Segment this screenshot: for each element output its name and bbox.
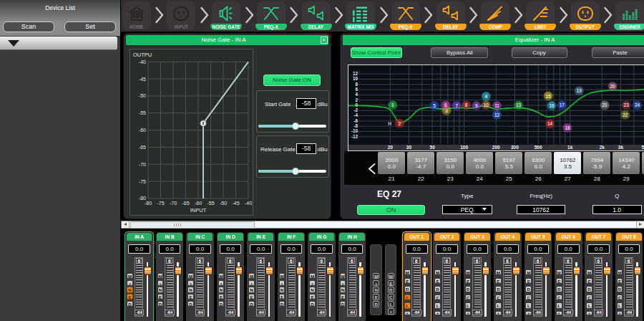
svg-text:7: 7	[455, 103, 458, 108]
svg-text:19: 19	[577, 88, 582, 93]
svg-text:20: 20	[610, 84, 615, 89]
svg-text:2: 2	[399, 121, 401, 126]
svg-text:21: 21	[602, 102, 608, 107]
svg-text:4: 4	[484, 94, 487, 99]
svg-text:23: 23	[624, 102, 630, 107]
svg-text:13: 13	[516, 102, 522, 107]
svg-text:5: 5	[433, 103, 436, 108]
svg-text:H: H	[388, 121, 391, 126]
svg-text:11: 11	[494, 103, 499, 108]
svg-text:6: 6	[444, 102, 447, 107]
svg-text:24: 24	[635, 102, 640, 107]
svg-text:10: 10	[484, 102, 489, 107]
svg-text:18: 18	[565, 125, 570, 130]
svg-text:15: 15	[546, 94, 552, 99]
svg-text:16: 16	[549, 103, 555, 108]
svg-text:12: 12	[494, 112, 500, 118]
svg-text:17: 17	[560, 102, 565, 107]
svg-text:9: 9	[475, 103, 478, 108]
svg-text:22: 22	[623, 112, 628, 118]
svg-text:1: 1	[391, 102, 394, 107]
svg-text:8: 8	[465, 102, 468, 107]
svg-text:14: 14	[547, 121, 553, 126]
